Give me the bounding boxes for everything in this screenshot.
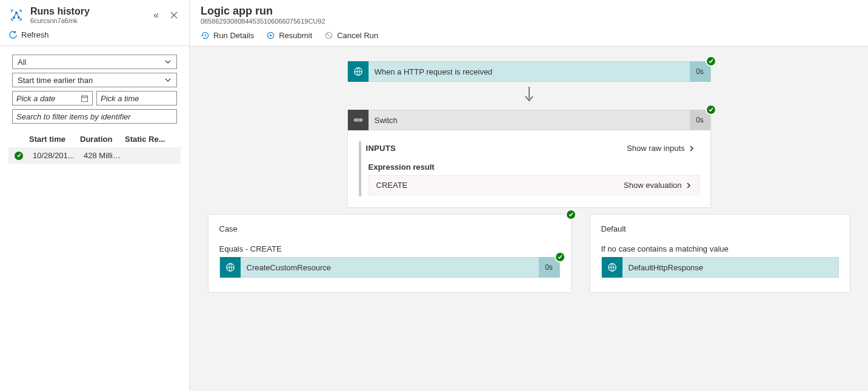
success-icon: [15, 152, 23, 160]
close-button[interactable]: [167, 10, 181, 21]
designer-canvas[interactable]: When a HTTP request is received 0s Switc…: [190, 47, 868, 391]
search-placeholder: Search to filter items by identifier: [16, 112, 131, 121]
status-filter-select[interactable]: All: [12, 55, 177, 69]
default-branch: Default If no case contains a matching v…: [590, 214, 850, 293]
time-filter-value: Start time earlier than: [18, 76, 93, 85]
status-filter-value: All: [18, 58, 26, 67]
default-subtitle: If no case contains a matching value: [601, 244, 839, 253]
http-icon: [348, 61, 369, 82]
inputs-heading: INPUTS: [366, 144, 396, 153]
switch-body: INPUTS Show raw inputs Expression result…: [347, 130, 711, 208]
refresh-label: Refresh: [21, 30, 49, 39]
col-duration[interactable]: Duration: [80, 135, 119, 144]
case-title: Case: [219, 224, 560, 233]
switch-step[interactable]: Switch 0s: [347, 110, 711, 130]
panel-title: Runs history: [30, 6, 145, 17]
show-raw-label: Show raw inputs: [627, 144, 684, 153]
expression-value: CREATE: [376, 181, 408, 190]
collapse-button[interactable]: «: [151, 8, 161, 22]
success-icon: [555, 252, 566, 262]
run-row[interactable]: 10/28/201... 428 Millis...: [8, 147, 181, 164]
run-details-label: Run Details: [213, 31, 254, 40]
case-condition: Equals - CREATE: [219, 244, 560, 253]
calendar-icon: [81, 95, 88, 102]
cancel-run-button: Cancel Run: [324, 31, 378, 40]
case-action-step[interactable]: CreateCustomResource 0s: [219, 257, 560, 278]
default-title: Default: [601, 224, 839, 233]
case-action-label: CreateCustomResource: [241, 263, 539, 272]
default-action-label: DefaultHttpResponse: [623, 263, 838, 272]
expression-result-box: CREATE Show evaluation: [369, 175, 699, 195]
http-icon: [602, 257, 623, 278]
cancel-icon: [324, 31, 333, 40]
trigger-step[interactable]: When a HTTP request is received 0s: [347, 61, 711, 82]
svg-point-10: [359, 119, 361, 121]
run-detail-panel: Logic app run 08586293080844535106066075…: [190, 0, 868, 391]
cell-start-time: 10/28/201...: [33, 151, 78, 160]
time-input[interactable]: Pick a time: [96, 91, 177, 105]
run-details-button[interactable]: Run Details: [201, 31, 254, 40]
success-icon: [706, 104, 716, 115]
trigger-label: When a HTTP request is received: [369, 67, 690, 76]
col-start-time[interactable]: Start time: [29, 135, 74, 144]
time-filter-select[interactable]: Start time earlier than: [12, 73, 177, 87]
cell-duration: 428 Millis...: [84, 151, 122, 160]
switch-icon: [348, 110, 369, 130]
resubmit-label: Resubmit: [279, 31, 312, 40]
svg-point-8: [355, 119, 356, 121]
case-branch: Case Equals - CREATE CreateCustomResourc…: [208, 214, 572, 293]
resubmit-icon: [266, 31, 275, 40]
show-eval-label: Show evaluation: [624, 181, 681, 190]
switch-label: Switch: [369, 116, 690, 125]
default-action-step[interactable]: DefaultHttpResponse: [601, 257, 839, 278]
refresh-icon: [8, 30, 18, 39]
chevron-down-icon: [164, 76, 172, 84]
refresh-button[interactable]: Refresh: [8, 30, 49, 39]
resubmit-button[interactable]: Resubmit: [266, 31, 312, 40]
show-evaluation-link[interactable]: Show evaluation: [624, 181, 691, 190]
panel-subtitle: 6curcsnn7a6mk: [30, 17, 145, 24]
http-icon: [220, 257, 241, 278]
svg-point-9: [358, 119, 359, 121]
search-input[interactable]: Search to filter items by identifier: [12, 109, 177, 124]
chevron-right-icon: [686, 182, 692, 189]
show-raw-inputs-link[interactable]: Show raw inputs: [627, 144, 694, 153]
svg-point-2: [18, 16, 20, 19]
success-icon: [706, 56, 716, 67]
history-icon: [201, 31, 210, 40]
logic-app-icon: [8, 7, 24, 23]
cancel-label: Cancel Run: [337, 31, 378, 40]
svg-point-1: [13, 16, 15, 19]
col-static-results[interactable]: Static Re...: [125, 135, 176, 144]
time-placeholder: Pick a time: [101, 94, 139, 103]
chevron-right-icon: [689, 145, 695, 152]
svg-rect-3: [81, 96, 87, 101]
flow-arrow-icon: [204, 85, 853, 104]
date-input[interactable]: Pick a date: [12, 91, 93, 105]
chevron-down-icon: [164, 58, 172, 65]
runs-table-header: Start time Duration Static Re...: [8, 132, 181, 147]
runs-history-panel: Runs history 6curcsnn7a6mk « Refresh All: [0, 0, 190, 391]
page-title: Logic app run: [201, 5, 857, 18]
expression-result-heading: Expression result: [369, 162, 699, 172]
success-icon: [566, 209, 576, 220]
run-id: 08586293080844535106066075619CU92: [201, 18, 857, 25]
date-placeholder: Pick a date: [16, 94, 55, 103]
